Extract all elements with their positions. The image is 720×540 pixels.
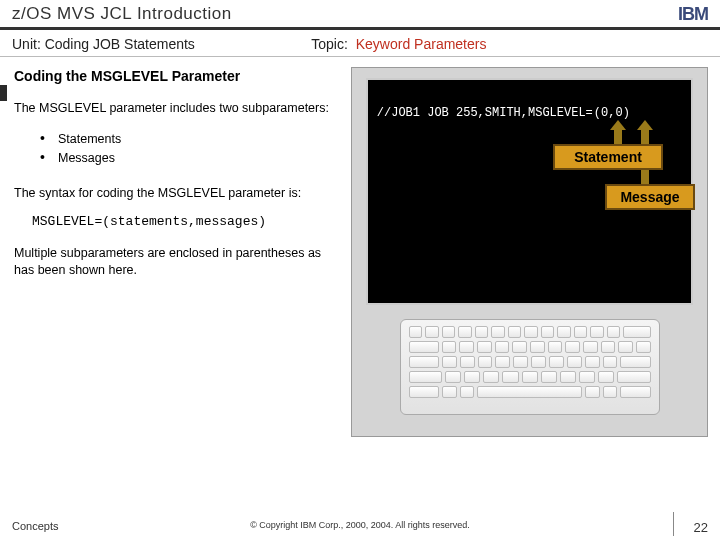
section-marker <box>0 85 7 101</box>
list-item: Statements <box>40 129 343 148</box>
section-heading: Coding the MSGLEVEL Parameter <box>14 67 343 86</box>
callout-message: Message <box>605 184 695 210</box>
syntax-code: MSGLEVEL=(statements,messages) <box>32 213 343 231</box>
footer-copyright: © Copyright IBM Corp., 2000, 2004. All r… <box>250 520 470 530</box>
topic-label: Topic: <box>311 36 348 52</box>
ibm-logo-text: IBM <box>678 5 708 23</box>
unit-label: Unit: <box>12 36 41 52</box>
ibm-logo: IBM <box>678 5 708 23</box>
monitor-frame: //JOB1 JOB 255,SMITH,MSGLEVEL=(0,0) Stat… <box>351 67 708 437</box>
arrow-up-icon <box>637 120 653 130</box>
list-item: Messages <box>40 148 343 167</box>
course-title: z/OS MVS JCL Introduction <box>12 4 232 24</box>
code-row: //JOB1 JOB 255,SMITH,MSGLEVEL=(0,0) <box>376 106 683 120</box>
terminal-screen: //JOB1 JOB 255,SMITH,MSGLEVEL=(0,0) Stat… <box>366 78 693 305</box>
topic-block: Topic: Keyword Parameters <box>311 36 486 52</box>
bullet-list: Statements Messages <box>40 129 343 167</box>
code-pair: (0,0) <box>593 106 630 120</box>
footer-divider <box>673 512 674 536</box>
keyboard-icon <box>400 319 660 415</box>
sub-header: Unit: Coding JOB Statements Topic: Keywo… <box>0 30 720 57</box>
closing-text: Multiple subparameters are enclosed in p… <box>14 245 343 279</box>
intro-text: The MSGLEVEL parameter includes two subp… <box>14 100 343 117</box>
right-column: //JOB1 JOB 255,SMITH,MSGLEVEL=(0,0) Stat… <box>351 67 708 437</box>
topic-value: Keyword Parameters <box>356 36 487 52</box>
keyboard-illustration <box>366 319 693 415</box>
syntax-lead: The syntax for coding the MSGLEVEL param… <box>14 185 343 202</box>
left-column: Coding the MSGLEVEL Parameter The MSGLEV… <box>14 67 343 437</box>
footer-left: Concepts <box>12 520 58 532</box>
arrow-up-icon <box>610 120 626 130</box>
content-area: Coding the MSGLEVEL Parameter The MSGLEV… <box>0 57 720 437</box>
code-prefix: //JOB1 JOB 255,SMITH,MSGLEVEL= <box>376 106 593 120</box>
page-number: 22 <box>694 520 708 535</box>
footer: Concepts © Copyright IBM Corp., 2000, 20… <box>12 520 708 532</box>
unit-value: Coding JOB Statements <box>45 36 195 52</box>
unit-block: Unit: Coding JOB Statements <box>12 36 311 52</box>
callout-statement: Statement <box>553 144 663 170</box>
title-bar: z/OS MVS JCL Introduction IBM <box>0 0 720 30</box>
